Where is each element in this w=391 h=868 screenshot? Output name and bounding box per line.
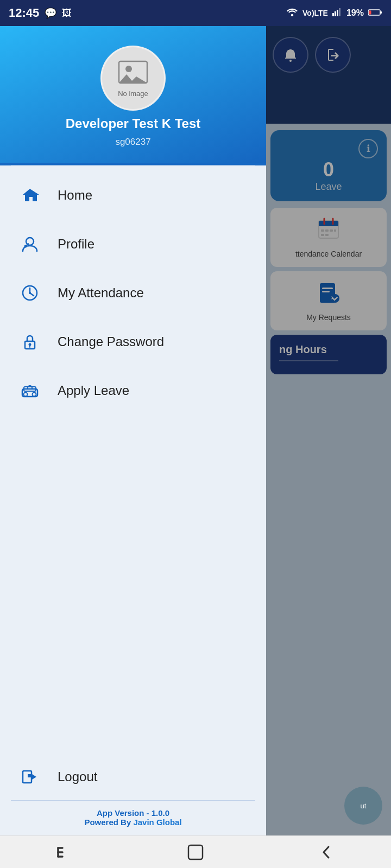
bottom-navigation (0, 835, 391, 868)
attendance-label: My Attendance (58, 285, 144, 301)
checkout-label: ut (361, 802, 367, 810)
user-id: sg06237 (115, 137, 150, 148)
gallery-icon: 🖼 (62, 8, 72, 19)
drawer-menu: Home Profile (0, 165, 266, 751)
svg-point-0 (291, 14, 293, 16)
svg-rect-45 (188, 845, 203, 859)
no-image-text: No image (118, 90, 148, 98)
drawer-overlay[interactable] (266, 26, 391, 835)
svg-rect-4 (339, 8, 340, 16)
wifi-icon (286, 8, 298, 19)
drawer-footer: Logout App Version - 1.0.0 Powered By Ja… (0, 751, 266, 835)
user-name: Developer Test K Test (66, 116, 201, 131)
apply-leave-label: Apply Leave (58, 383, 129, 398)
svg-rect-3 (337, 10, 338, 16)
menu-item-password[interactable]: Change Password (0, 317, 266, 366)
battery-text: 19% (346, 8, 364, 18)
logout-label: Logout (58, 769, 97, 784)
menu-item-profile[interactable]: Profile (0, 220, 266, 269)
home-icon (17, 183, 42, 208)
home-label: Home (58, 188, 92, 203)
svg-point-38 (24, 393, 28, 397)
logout-icon (17, 764, 42, 789)
menu-item-leave[interactable]: Apply Leave (0, 366, 266, 415)
svg-point-32 (29, 292, 31, 294)
menu-item-home[interactable]: Home (0, 171, 266, 220)
battery-icon (368, 8, 382, 19)
navigation-drawer: No image Developer Test K Test sg06237 H… (0, 26, 266, 835)
svg-rect-6 (380, 11, 382, 14)
status-right-icons: Vo)LTE 19% (286, 8, 382, 19)
avatar: No image (100, 46, 166, 111)
checkout-fab[interactable]: ut (344, 787, 382, 825)
nav-menu-button[interactable] (43, 840, 87, 864)
signal-icon (332, 8, 342, 19)
drawer-header: No image Developer Test K Test sg06237 (0, 26, 266, 163)
svg-rect-1 (332, 13, 334, 16)
nav-back-button[interactable] (304, 840, 348, 864)
change-password-label: Change Password (58, 334, 164, 349)
svg-point-39 (33, 393, 36, 397)
footer-divider (11, 800, 255, 801)
lte-icon: Vo)LTE (302, 9, 328, 17)
profile-label: Profile (58, 237, 94, 252)
lock-icon (17, 329, 42, 354)
app-version: App Version - 1.0.0 Powered By Javin Glo… (0, 803, 266, 835)
clock-icon (17, 280, 42, 305)
apply-leave-icon (17, 378, 42, 403)
svg-point-28 (24, 245, 27, 248)
javin-global-link[interactable]: Javin Global (133, 818, 181, 827)
svg-rect-7 (369, 10, 371, 14)
powered-by-label: Powered By (84, 818, 131, 827)
version-label: App Version - 1.0.0 (97, 808, 169, 818)
logout-item[interactable]: Logout (0, 751, 266, 798)
whatsapp-icon: 💬 (45, 7, 56, 19)
main-content-background: ℹ 0 Leave ttendance (266, 26, 391, 835)
status-time: 12:45 (9, 6, 39, 20)
menu-item-attendance[interactable]: My Attendance (0, 269, 266, 317)
svg-point-26 (125, 66, 132, 72)
profile-icon (17, 232, 42, 257)
nav-home-button[interactable] (174, 840, 217, 864)
status-bar: 12:45 💬 🖼 Vo)LTE 19% (0, 0, 391, 26)
svg-rect-2 (335, 11, 336, 16)
